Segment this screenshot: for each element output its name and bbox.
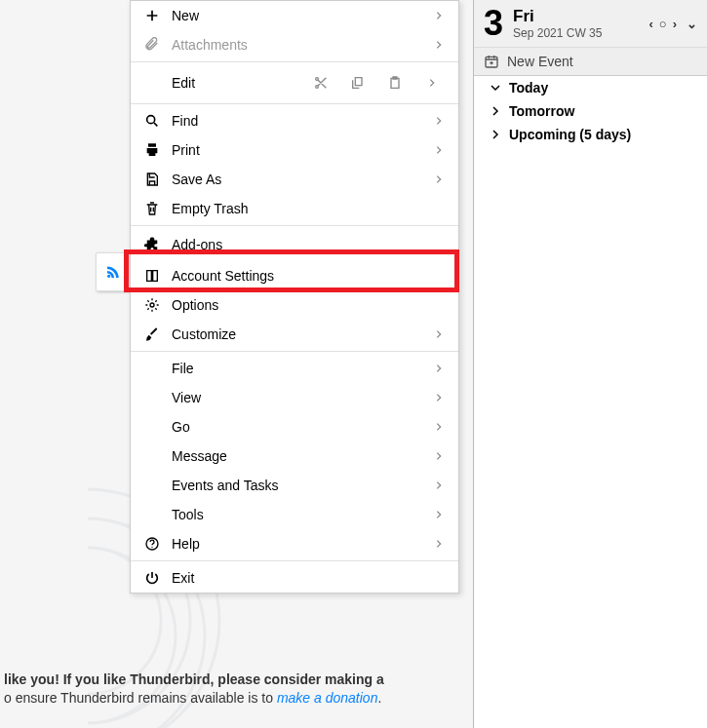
new-event-label: New Event (507, 54, 573, 69)
section-today[interactable]: Today (474, 76, 707, 99)
menu-find[interactable]: Find (131, 106, 458, 135)
donation-link[interactable]: make a donation (277, 690, 378, 706)
menu-item-label: File (142, 361, 431, 376)
menu-empty-trash[interactable]: Empty Trash (131, 194, 458, 223)
menu-separator (131, 351, 458, 352)
chevron-right-icon (488, 129, 503, 140)
menu-save-as[interactable]: Save As (131, 165, 458, 194)
calendar-header: 3 Fri Sep 2021 CW 35 ‹ ○ › ⌄ (474, 0, 707, 48)
menu-item-label: Print (162, 142, 431, 158)
help-icon (142, 534, 162, 554)
donation-line2b: . (377, 690, 381, 706)
chevron-right-icon (431, 422, 447, 432)
calendar-panel: 3 Fri Sep 2021 CW 35 ‹ ○ › ⌄ New Event T… (473, 0, 707, 728)
menu-item-label: Attachments (162, 37, 431, 53)
menu-separator (131, 225, 458, 226)
trash-icon (142, 199, 162, 218)
brush-icon (142, 325, 162, 344)
menu-new[interactable]: New (131, 1, 458, 30)
chevron-right-icon (431, 174, 447, 184)
section-label: Upcoming (5 days) (509, 127, 631, 142)
calendar-day-name: Fri (513, 7, 648, 26)
menu-item-label: Message (142, 448, 431, 464)
menu-options[interactable]: Options (131, 290, 458, 320)
menu-separator (131, 61, 458, 62)
calendar-subtitle: Sep 2021 CW 35 (513, 26, 648, 40)
menu-print[interactable]: Print (131, 135, 458, 165)
chevron-right-icon (431, 329, 447, 339)
chevron-down-icon[interactable]: ⌄ (683, 17, 697, 31)
plus-icon (142, 6, 162, 25)
menu-item-label: Add-ons (162, 237, 447, 252)
power-icon (142, 568, 162, 588)
chevron-right-icon (431, 116, 447, 126)
chevron-right-icon (431, 364, 447, 373)
menu-item-label: Events and Tasks (142, 478, 431, 493)
menu-exit[interactable]: Exit (131, 563, 458, 593)
menu-go[interactable]: Go (131, 412, 458, 441)
section-label: Today (509, 80, 548, 96)
chevron-down-icon (488, 82, 503, 94)
chevron-right-icon (431, 451, 447, 461)
chevron-right-icon (431, 480, 447, 490)
chevron-right-icon (431, 510, 447, 519)
menu-item-label: Save As (162, 172, 431, 187)
copy-button[interactable] (339, 68, 376, 97)
menu-item-label: Options (162, 297, 447, 313)
donation-line2a: o ensure Thunderbird remains available i… (4, 690, 277, 706)
chevron-right-icon[interactable] (413, 68, 451, 97)
print-icon (142, 140, 162, 160)
chevron-right-icon (488, 105, 503, 117)
menu-file[interactable]: File (131, 354, 458, 383)
menu-item-label: Exit (162, 570, 447, 586)
paperclip-icon (142, 35, 162, 55)
menu-item-label: Tools (142, 507, 431, 522)
menu-help[interactable]: Help (131, 529, 458, 558)
menu-customize[interactable]: Customize (131, 320, 458, 349)
gear-icon (142, 295, 162, 315)
menu-tools[interactable]: Tools (131, 500, 458, 529)
menu-account-settings[interactable]: Account Settings (131, 261, 458, 290)
menu-separator (131, 560, 458, 561)
menu-item-label: New (162, 8, 431, 23)
cut-button[interactable] (302, 68, 339, 97)
paste-button[interactable] (376, 68, 413, 97)
nav-today-icon[interactable]: ○ (659, 17, 667, 31)
menu-edit-row: Edit (131, 64, 458, 101)
save-icon (142, 170, 162, 189)
menu-message[interactable]: Message (131, 441, 458, 471)
section-label: Tomorrow (509, 103, 574, 119)
menu-item-label: Customize (162, 326, 431, 342)
nav-prev-icon[interactable]: ‹ (648, 17, 652, 31)
svg-point-0 (147, 116, 155, 124)
nav-next-icon[interactable]: › (673, 17, 677, 31)
menu-item-label: View (142, 390, 431, 405)
chevron-right-icon (431, 393, 447, 402)
book-icon (142, 266, 162, 286)
search-icon (142, 111, 162, 131)
menu-view[interactable]: View (131, 383, 458, 412)
calendar-day-number: 3 (484, 6, 513, 41)
menu-attachments[interactable]: Attachments (131, 30, 458, 59)
chevron-right-icon (431, 539, 447, 549)
chevron-right-icon (431, 11, 447, 20)
menu-addons[interactable]: Add-ons (131, 228, 458, 261)
new-event-button[interactable]: New Event (474, 48, 707, 76)
section-tomorrow[interactable]: Tomorrow (474, 99, 707, 123)
chevron-right-icon (431, 40, 447, 50)
rss-feed-button[interactable] (96, 252, 130, 291)
menu-item-label: Find (162, 113, 431, 129)
menu-events-tasks[interactable]: Events and Tasks (131, 471, 458, 500)
menu-separator (131, 103, 458, 104)
menu-item-label: Empty Trash (162, 201, 447, 216)
section-upcoming[interactable]: Upcoming (5 days) (474, 123, 707, 146)
svg-point-1 (150, 303, 154, 307)
svg-point-3 (151, 547, 152, 548)
puzzle-icon (142, 235, 162, 254)
donation-text: like you! If you like Thunderbird, pleas… (0, 671, 458, 709)
menu-item-label: Account Settings (162, 268, 447, 284)
donation-line1: like you! If you like Thunderbird, pleas… (4, 671, 384, 687)
menu-item-label: Go (142, 419, 431, 435)
chevron-right-icon (431, 145, 447, 155)
calendar-plus-icon (484, 54, 499, 69)
